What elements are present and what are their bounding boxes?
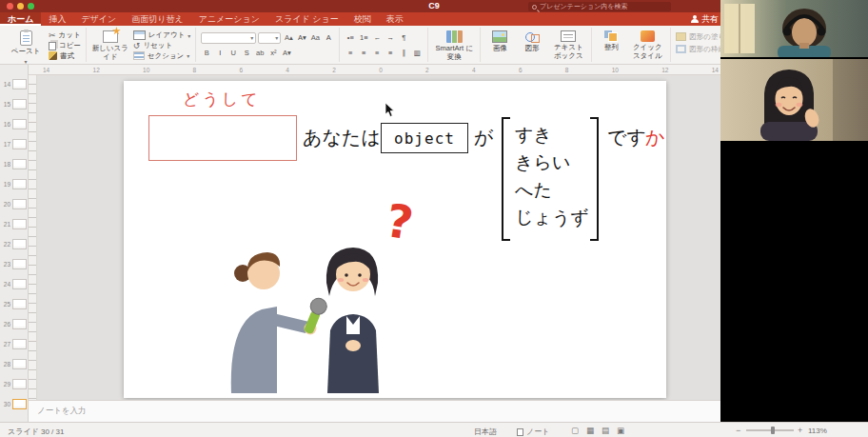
slide-thumbnail[interactable]: 25 [0,294,28,314]
slide-thumbnail[interactable]: 19 [0,174,28,194]
font-style-button[interactable]: S [241,48,252,59]
participant-video-1[interactable] [720,0,868,57]
view-icon[interactable]: ▦ [586,426,594,435]
ribbon-tab[interactable]: 挿入 [41,12,73,26]
subject-text[interactable]: あなたは [303,125,381,150]
font-style-button[interactable]: ab [254,48,266,59]
ribbon-tab[interactable]: 表示 [379,12,411,26]
particle-text[interactable]: が [474,125,493,150]
option-item[interactable]: じょうず [515,204,589,231]
shapes-button[interactable]: 図形 [518,29,546,53]
slide-thumbnail[interactable]: 26 [0,314,28,334]
zoom-slider[interactable] [746,429,794,431]
copula-text[interactable]: です [607,125,646,150]
slide-thumbnail[interactable]: 23 [0,254,28,274]
interview-illustration [214,224,400,393]
slide-thumbnail[interactable]: 21 [0,214,28,234]
slide-canvas[interactable]: どうして あなたは object が すききらいへたじょうず です か ? [124,81,666,398]
slide-thumbnail[interactable]: 29 [0,374,28,394]
option-item[interactable]: きらい [515,149,589,176]
list-indent-button[interactable]: ¶ [398,32,409,44]
prompt-text[interactable]: どうして [183,89,261,110]
list-indent-button[interactable]: •≡ [345,32,356,44]
object-box[interactable]: object [381,123,468,153]
outline-color-icon [676,45,686,53]
search-input[interactable]: プレゼンテーション内を検索 [528,2,671,11]
notes-toggle[interactable]: ノート [517,427,549,437]
alignment-button[interactable]: ∥ [398,48,409,59]
alignment-button[interactable]: ▥ [411,48,423,59]
arrange-group: 整列 クイック スタイル [592,28,671,62]
new-slide-button[interactable]: 新しいスライド [91,29,129,61]
options-list[interactable]: すききらいへたじょうず [515,121,589,231]
copy-button[interactable]: コピー [49,41,81,51]
option-item[interactable]: すき [515,121,589,149]
convert-to-smartart-button[interactable]: SmartArt に変換 [433,29,475,61]
ribbon-tab[interactable]: アニメーション [191,12,267,26]
alignment-button[interactable]: ≡ [371,48,383,59]
slide-thumbnail[interactable]: 18 [0,154,28,174]
font-size-select[interactable]: ▾ [258,32,281,44]
view-icon[interactable]: ▤ [602,426,609,435]
question-particle-text[interactable]: か [645,125,664,150]
option-item[interactable]: へた [515,176,589,204]
font-size-adjust-button[interactable]: A▾ [296,32,307,44]
section-button[interactable]: セクション ▾ [133,50,190,61]
zoom-percent[interactable]: 113% [808,427,827,435]
alignment-button[interactable]: ≡ [345,48,356,59]
slide-thumbnail[interactable]: 15 [0,94,28,114]
slide-thumbnail[interactable]: 14 [0,74,28,94]
font-size-adjust-button[interactable]: A [323,32,334,44]
ribbon-tab[interactable]: 画面切り替え [124,12,190,26]
slide-thumbnail[interactable]: 27 [0,334,28,354]
slide-thumbnail[interactable]: 20 [0,194,28,214]
screen: C9 プレゼンテーション内を検索 ホーム挿入デザイン画面切り替えアニメーションス… [0,0,868,437]
paste-button[interactable]: ペースト ▾ [7,29,45,66]
zoom-in-button[interactable]: + [798,426,802,435]
scissors-icon: ✂ [49,31,56,40]
answer-placeholder-box[interactable] [148,115,297,161]
font-style-button[interactable]: A▾ [281,48,292,59]
font-style-button[interactable]: x² [267,48,279,59]
arrange-button[interactable]: 整列 [597,29,625,52]
ribbon-tab[interactable]: スライド ショー [267,12,346,26]
slide-thumbnail[interactable]: 16 [0,114,28,134]
slide-thumbnail[interactable]: 22 [0,234,28,254]
reset-button[interactable]: ↺ リセット [133,41,190,51]
slide-thumbnail[interactable]: 24 [0,274,28,294]
thumbnail-preview [12,239,27,249]
slide-thumbnail[interactable]: 28 [0,354,28,374]
quick-styles-button[interactable]: クイック スタイル [629,29,665,60]
alignment-button[interactable]: ≡ [358,48,369,59]
font-style-button[interactable]: U [227,48,239,59]
zoom-slider-knob[interactable] [771,427,775,434]
participant-video-2[interactable] [720,59,868,141]
format-painter-button[interactable]: 書式 [49,50,81,61]
view-icon[interactable]: ▢ [571,426,579,435]
layout-button[interactable]: レイアウト ▾ [133,30,190,41]
font-style-button[interactable]: B [201,48,212,59]
reset-icon: ↺ [133,42,141,50]
font-size-adjust-button[interactable]: A▴ [283,32,294,44]
share-button[interactable]: 共有 [691,12,719,26]
font-style-button[interactable]: I [214,48,226,59]
list-indent-button[interactable]: ← [371,32,383,44]
language-indicator[interactable]: 日本語 [474,427,497,437]
font-size-adjust-button[interactable]: Aa [309,32,321,44]
alignment-button[interactable]: ≡ [385,48,396,59]
zoom-out-button[interactable]: − [736,426,740,435]
list-indent-button[interactable]: 1≡ [358,32,369,44]
ribbon-tab[interactable]: ホーム [0,12,41,26]
list-indent-button[interactable]: → [385,32,396,44]
view-icon[interactable]: ▣ [617,426,624,435]
slide-thumbnail[interactable]: 17 [0,134,28,154]
slide-thumbnail[interactable]: 30 [0,394,28,414]
textbox-button[interactable]: テキスト ボックス [550,29,586,60]
picture-button[interactable]: 画像 [485,29,514,53]
ruler-number: 4 [286,65,289,75]
notes-icon [517,428,523,436]
font-name-select[interactable]: ▾ [201,32,256,44]
ribbon-tab[interactable]: デザイン [73,12,124,26]
ribbon-tab[interactable]: 校閲 [346,12,379,26]
cut-button[interactable]: ✂ カット [49,30,81,41]
